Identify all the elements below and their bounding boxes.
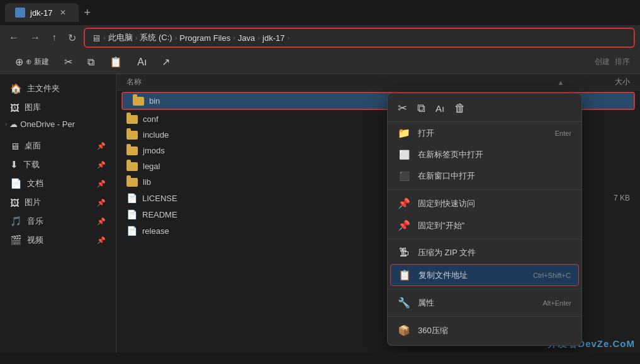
file-name-release: release bbox=[142, 226, 169, 236]
ctx-props-shortcut: Alt+Enter bbox=[542, 299, 571, 307]
sidebar-item-videos[interactable]: 🎬 视频 📌 bbox=[0, 231, 116, 250]
rename-button[interactable]: Aı bbox=[132, 54, 152, 70]
sidebar-item-documents[interactable]: 📄 文档 📌 bbox=[0, 174, 116, 193]
home-icon: 🏠 bbox=[10, 83, 22, 94]
ctx-open-newwin[interactable]: ⬛ 在新窗口中打开 bbox=[388, 165, 581, 187]
ctx-newwin-icon: ⬛ bbox=[398, 171, 410, 181]
sidebar-item-gallery[interactable]: 🖼 图库 bbox=[0, 98, 116, 117]
file-icon-readme: 📄 bbox=[126, 209, 137, 219]
sidebar-item-pictures[interactable]: 🖼 图片 📌 bbox=[0, 193, 116, 212]
ctx-pin-start-label: 固定到"开始" bbox=[418, 220, 571, 231]
file-list: 名称 ▲ 大小 bin conf include bbox=[116, 74, 640, 353]
ctx-copy-btn[interactable]: ⧉ bbox=[417, 102, 425, 115]
videos-icon: 🎬 bbox=[10, 234, 22, 246]
sidebar-label-desktop: 桌面 bbox=[25, 140, 41, 152]
file-size-license: 7 KB bbox=[580, 194, 630, 202]
file-list-header: 名称 ▲ 大小 bbox=[116, 74, 640, 91]
file-icon-license: 📄 bbox=[126, 193, 137, 203]
ctx-pin-quick[interactable]: 📌 固定到快速访问 bbox=[388, 192, 581, 214]
new-button[interactable]: ⊕ ⊕ 新建 bbox=[10, 53, 54, 70]
tab-label: jdk-17 bbox=[30, 8, 52, 18]
up-button[interactable]: ↑ bbox=[48, 30, 60, 46]
header-name: 名称 bbox=[126, 77, 542, 87]
ctx-cut-btn[interactable]: ✂ bbox=[398, 101, 407, 115]
ctx-newwin-label: 在新窗口中打开 bbox=[418, 170, 571, 182]
new-tab-btn[interactable]: + bbox=[84, 6, 91, 19]
gallery-icon: 🖼 bbox=[10, 102, 20, 113]
copy-button[interactable]: ⧉ bbox=[82, 54, 99, 70]
addr-segment-2[interactable]: 系统 (C:) bbox=[140, 32, 172, 43]
ctx-newtab-label: 在新标签页中打开 bbox=[418, 149, 571, 160]
sidebar-item-desktop[interactable]: 🖥 桌面 📌 bbox=[0, 136, 116, 155]
ctx-copy-path[interactable]: 📋 复制文件地址 Ctrl+Shift+C bbox=[390, 264, 579, 286]
ctx-props-icon: 🔧 bbox=[398, 297, 410, 309]
ctx-copypath-icon: 📋 bbox=[398, 269, 411, 281]
title-bar: jdk-17 ✕ + bbox=[0, 0, 640, 25]
addr-segment-3[interactable]: Program Files bbox=[179, 33, 230, 43]
folder-icon-lib bbox=[126, 178, 138, 187]
context-menu: ✂ ⧉ Aı 🗑 📁 打开 Enter ⬜ 在新标签页中打开 ⬛ 在新窗口中打开 bbox=[387, 93, 582, 346]
sidebar-label-onedrive: OneDrive - Per bbox=[20, 119, 75, 129]
ctx-open[interactable]: 📁 打开 Enter bbox=[388, 122, 581, 144]
ctx-pin-start-icon: 📌 bbox=[398, 219, 410, 231]
file-name-conf: conf bbox=[143, 114, 159, 124]
ctx-toolbar: ✂ ⧉ Aı 🗑 bbox=[388, 97, 581, 122]
sidebar-label-documents: 文档 bbox=[27, 178, 43, 189]
copy-icon: ⧉ bbox=[87, 57, 94, 68]
ctx-compress-zip[interactable]: 🗜 压缩为 ZIP 文件 bbox=[388, 242, 581, 263]
pin-music-icon[interactable]: 📌 bbox=[97, 218, 106, 226]
tab-folder-icon bbox=[15, 8, 25, 18]
pin-docs-icon[interactable]: 📌 bbox=[97, 180, 106, 188]
cut-button[interactable]: ✂ bbox=[59, 53, 77, 70]
new-label: ⊕ 新建 bbox=[26, 57, 49, 67]
paste-icon: 📋 bbox=[109, 56, 122, 68]
pin-pics-icon[interactable]: 📌 bbox=[97, 199, 106, 207]
pin-icon[interactable]: 📌 bbox=[97, 142, 106, 150]
ctx-open-label: 打开 bbox=[418, 128, 547, 139]
sidebar-item-home[interactable]: 🏠 主文件夹 bbox=[0, 79, 116, 98]
file-name-readme: README bbox=[142, 210, 177, 219]
music-icon: 🎵 bbox=[10, 216, 22, 227]
address-bar[interactable]: 🖥 › 此电脑 › 系统 (C:) › Program Files › Java… bbox=[84, 28, 635, 48]
download-icon: ⬇ bbox=[10, 159, 18, 170]
back-button[interactable]: ← bbox=[5, 30, 23, 46]
tab-area: jdk-17 ✕ + bbox=[5, 0, 91, 25]
ctx-rename-btn[interactable]: Aı bbox=[435, 103, 444, 114]
ctx-360-icon: 📦 bbox=[398, 324, 410, 336]
sidebar-label-gallery: 图库 bbox=[25, 102, 41, 113]
ctx-pin-quick-label: 固定到快速访问 bbox=[418, 198, 571, 209]
ctx-newtab-icon: ⬜ bbox=[398, 150, 410, 160]
paste-button[interactable]: 📋 bbox=[104, 53, 127, 70]
sidebar-label-home: 主文件夹 bbox=[27, 83, 60, 94]
active-tab[interactable]: jdk-17 ✕ bbox=[5, 3, 79, 22]
ctx-delete-btn[interactable]: 🗑 bbox=[454, 102, 466, 115]
ctx-open-newtab[interactable]: ⬜ 在新标签页中打开 bbox=[388, 144, 581, 165]
refresh-button[interactable]: ↻ bbox=[64, 30, 80, 47]
header-size: 大小 bbox=[580, 77, 630, 87]
sidebar-item-onedrive[interactable]: › ☁ OneDrive - Per bbox=[0, 117, 116, 131]
ctx-properties[interactable]: 🔧 属性 Alt+Enter bbox=[388, 292, 581, 314]
share-button[interactable]: ↗ bbox=[157, 53, 175, 70]
pin-download-icon[interactable]: 📌 bbox=[97, 161, 106, 169]
folder-icon-bin bbox=[133, 97, 144, 106]
computer-icon: 🖥 bbox=[91, 33, 101, 43]
share-icon: ↗ bbox=[162, 56, 170, 68]
ctx-360-label: 360压缩 bbox=[418, 325, 571, 336]
addr-segment-5[interactable]: jdk-17 bbox=[262, 33, 284, 43]
pin-videos-icon[interactable]: 📌 bbox=[97, 236, 106, 245]
sidebar-label-videos: 视频 bbox=[27, 234, 43, 246]
file-icon-release: 📄 bbox=[126, 226, 137, 236]
ctx-props-label: 属性 bbox=[418, 297, 535, 309]
forward-button[interactable]: → bbox=[26, 30, 44, 46]
ctx-360compress[interactable]: 📦 360压缩 bbox=[388, 319, 581, 341]
tab-close-btn[interactable]: ✕ bbox=[57, 7, 69, 18]
desktop-icon: 🖥 bbox=[10, 141, 20, 152]
folder-icon-include bbox=[126, 131, 138, 140]
ctx-pin-start[interactable]: 📌 固定到"开始" bbox=[388, 214, 581, 236]
sidebar-item-downloads[interactable]: ⬇ 下载 📌 bbox=[0, 155, 116, 174]
ctx-zip-label: 压缩为 ZIP 文件 bbox=[418, 247, 571, 258]
folder-icon-legal bbox=[126, 162, 138, 171]
addr-segment-4[interactable]: Java bbox=[238, 33, 255, 43]
sidebar-item-music[interactable]: 🎵 音乐 📌 bbox=[0, 212, 116, 231]
addr-segment-1[interactable]: 此电脑 bbox=[108, 32, 133, 43]
